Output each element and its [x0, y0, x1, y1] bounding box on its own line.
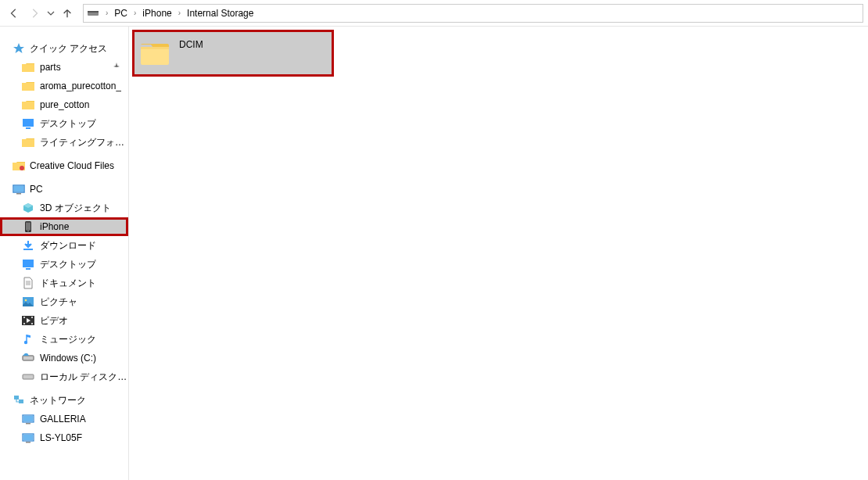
sidebar-item-label: parts: [40, 62, 61, 73]
sidebar-item-desktop[interactable]: デスクトップ: [0, 255, 128, 274]
svg-rect-44: [141, 47, 169, 49]
toolbar: › PC › iPhone › Internal Storage: [0, 0, 868, 27]
network-section: ネットワーク GALLERIA LS-YL05F: [0, 391, 128, 447]
network-header[interactable]: ネットワーク: [0, 391, 128, 410]
svg-marker-2: [13, 43, 24, 53]
sidebar-item-label: ドキュメント: [40, 277, 96, 290]
svg-rect-4: [22, 83, 34, 91]
desktop-icon: [22, 258, 34, 270]
svg-rect-25: [23, 317, 25, 318]
phone-icon: [22, 220, 34, 233]
chevron-right-icon: ›: [132, 9, 138, 17]
music-icon: [22, 333, 34, 346]
drive-icon: [87, 7, 99, 20]
desktop-icon: [22, 117, 34, 130]
sidebar-item-label: ビデオ: [40, 314, 68, 328]
sidebar-item-label: GALLERIA: [40, 414, 86, 424]
svg-rect-34: [23, 374, 34, 379]
creative-cloud-icon: [13, 159, 25, 172]
sidebar-item-videos[interactable]: ビデオ: [0, 311, 128, 330]
sidebar-item-writing[interactable]: ライティングフォルダ: [0, 133, 128, 152]
svg-rect-26: [23, 323, 25, 324]
sidebar-item-drive-c[interactable]: Windows (C:): [0, 349, 128, 367]
drive-icon: [22, 352, 34, 364]
content-pane[interactable]: DCIM: [129, 27, 868, 480]
breadcrumb: PC › iPhone › Internal Storage: [109, 5, 258, 22]
pc-label: PC: [30, 184, 43, 195]
breadcrumb-iphone[interactable]: iPhone: [138, 5, 176, 22]
svg-rect-19: [23, 249, 33, 250]
monitor-icon: [22, 413, 34, 425]
svg-rect-12: [14, 186, 23, 192]
sidebar-item-label: ピクチャ: [40, 296, 77, 309]
svg-point-18: [27, 231, 28, 231]
pc-section: PC 3D オブジェクト iPhone ダウンロード: [0, 180, 128, 386]
svg-rect-28: [31, 323, 33, 324]
folder-icon: [22, 80, 34, 92]
forward-button[interactable]: [25, 4, 44, 23]
sidebar-item-label: ライティングフォルダ: [40, 136, 128, 149]
sidebar-item-downloads[interactable]: ダウンロード: [0, 236, 128, 255]
svg-rect-27: [31, 317, 33, 318]
recent-dropdown[interactable]: [45, 9, 56, 17]
folder-icon: [22, 61, 34, 73]
sidebar-item-label: LS-YL05F: [40, 432, 82, 443]
svg-point-30: [24, 341, 27, 344]
svg-rect-43: [141, 47, 169, 65]
creative-cloud-header[interactable]: Creative Cloud Files: [0, 156, 128, 175]
pc-icon: [13, 183, 25, 195]
svg-rect-20: [23, 260, 34, 267]
breadcrumb-pc[interactable]: PC: [109, 5, 132, 22]
folder-icon: [138, 37, 171, 70]
creative-cloud-label: Creative Cloud Files: [30, 160, 114, 171]
svg-rect-42: [26, 442, 30, 443]
video-icon: [22, 314, 34, 327]
sidebar-item-aroma[interactable]: aroma_purecotton_: [0, 77, 128, 95]
sidebar-item-music[interactable]: ミュージック: [0, 330, 128, 349]
sidebar-item-label: Windows (C:): [40, 353, 96, 364]
sidebar-item-iphone[interactable]: iPhone: [0, 217, 128, 236]
quick-access-header[interactable]: クイック アクセス: [0, 39, 128, 58]
sidebar-item-documents[interactable]: ドキュメント: [0, 274, 128, 292]
address-bar[interactable]: › PC › iPhone › Internal Storage: [83, 4, 863, 23]
sidebar-item-purecotton[interactable]: pure_cotton: [0, 95, 128, 114]
chevron-right-icon: ›: [104, 9, 109, 17]
svg-rect-5: [22, 102, 34, 109]
download-icon: [22, 239, 34, 252]
svg-rect-8: [22, 139, 34, 147]
breadcrumb-internal-storage[interactable]: Internal Storage: [182, 5, 258, 22]
sidebar-item-3d[interactable]: 3D オブジェクト: [0, 199, 128, 217]
svg-rect-7: [26, 127, 30, 129]
svg-rect-17: [26, 223, 30, 231]
star-icon: [13, 42, 25, 55]
sidebar-item-desktop-qa[interactable]: デスクトップ: [0, 114, 128, 133]
svg-point-23: [25, 299, 27, 302]
drive-icon: [22, 371, 34, 383]
sidebar-item-drive-d[interactable]: ローカル ディスク (D:): [0, 367, 128, 386]
sidebar-item-lsyl05f[interactable]: LS-YL05F: [0, 428, 128, 447]
svg-rect-31: [23, 356, 34, 360]
sidebar-item-parts[interactable]: parts: [0, 58, 128, 77]
pc-header[interactable]: PC: [0, 180, 128, 199]
back-button[interactable]: [5, 4, 23, 23]
sidebar-item-label: デスクトップ: [40, 117, 96, 131]
folder-icon: [22, 136, 34, 149]
network-label: ネットワーク: [30, 394, 86, 407]
nav-buttons: [5, 4, 77, 23]
pictures-icon: [22, 296, 34, 308]
up-button[interactable]: [58, 4, 77, 23]
quick-access-label: クイック アクセス: [30, 42, 107, 56]
sidebar: クイック アクセス parts aroma_purecotton_: [0, 27, 129, 480]
sidebar-item-label: aroma_purecotton_: [40, 81, 121, 91]
folder-dcim[interactable]: DCIM: [132, 30, 334, 77]
pin-icon: [113, 62, 120, 73]
sidebar-item-label: iPhone: [40, 221, 69, 232]
folder-label: DCIM: [179, 39, 203, 50]
svg-rect-21: [26, 268, 30, 270]
sidebar-item-galleria[interactable]: GALLERIA: [0, 410, 128, 428]
cube-icon: [22, 202, 34, 214]
monitor-icon: [22, 432, 34, 444]
folder-icon: [22, 99, 34, 111]
sidebar-item-pictures[interactable]: ピクチャ: [0, 292, 128, 311]
sidebar-item-label: 3D オブジェクト: [40, 202, 111, 215]
